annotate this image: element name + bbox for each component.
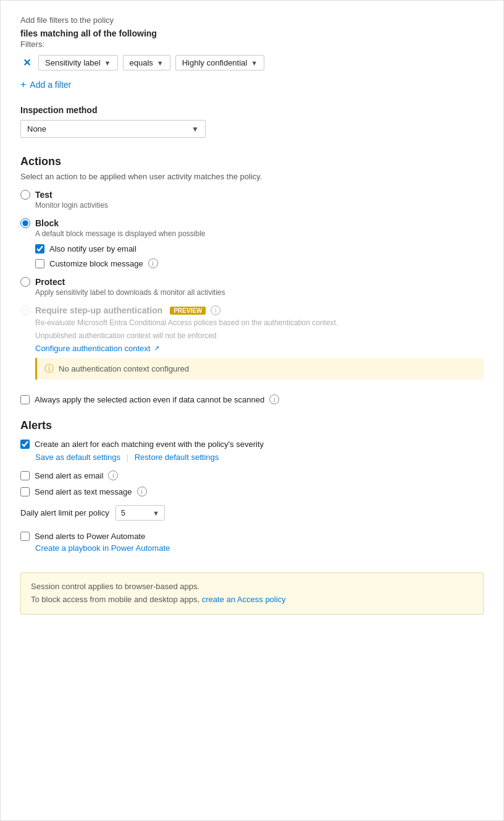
plus-icon: + xyxy=(20,79,26,90)
stepup-info-icon[interactable]: i xyxy=(211,305,220,315)
radio-protect-input[interactable] xyxy=(20,277,30,287)
send-text-label: Send alert as text message xyxy=(35,487,132,496)
customize-block-label: Customize block message xyxy=(49,259,143,268)
add-filter-title: Add file filters to the policy xyxy=(20,15,484,25)
create-alert-checkbox[interactable] xyxy=(20,440,30,449)
customize-block-info-icon[interactable]: i xyxy=(148,258,158,268)
actions-desc: Select an action to be applied when user… xyxy=(20,172,484,181)
radio-block-desc: A default block message is displayed whe… xyxy=(35,229,484,238)
send-email-label: Send alert as email xyxy=(35,471,103,480)
radio-stepup-label: Require step-up authentication xyxy=(35,305,162,315)
radio-protect-label: Protect xyxy=(35,277,65,287)
filter-value-arrow: ▼ xyxy=(251,59,258,67)
restore-default-button[interactable]: Restore default settings xyxy=(135,453,219,462)
always-apply-label: Always apply the selected action even if… xyxy=(35,395,264,404)
radio-item-stepup: Require step-up authentication PREVIEW i… xyxy=(20,305,484,380)
session-notice-line2: To block access from mobile and desktop … xyxy=(31,595,200,604)
filters-label: Filters: xyxy=(20,40,484,49)
always-apply-checkbox[interactable] xyxy=(20,395,30,404)
daily-limit-value: 5 xyxy=(121,508,125,517)
configure-auth-label: Configure authentication context xyxy=(35,344,150,353)
create-playbook-link[interactable]: Create a playbook in Power Automate xyxy=(35,543,484,553)
daily-limit-arrow: ▼ xyxy=(153,509,159,517)
operator-dropdown[interactable]: equals ▼ xyxy=(123,55,170,70)
add-filter-label: Add a filter xyxy=(30,80,71,90)
customize-block-checkbox[interactable] xyxy=(35,259,44,268)
radio-block-input[interactable] xyxy=(20,218,30,228)
notify-email-label: Also notify user by email xyxy=(49,244,136,253)
actions-header: Actions xyxy=(20,155,484,168)
send-email-checkbox[interactable] xyxy=(20,471,30,480)
power-automate-label: Send alerts to Power Automate xyxy=(35,532,145,541)
send-email-info-icon[interactable]: i xyxy=(108,470,118,480)
radio-item-protect: Protect Apply sensitivity label to downl… xyxy=(20,277,484,297)
inspection-method-arrow: ▼ xyxy=(191,125,199,134)
always-apply-row: Always apply the selected action even if… xyxy=(20,394,484,404)
separator: | xyxy=(127,453,128,462)
filter-value-text: Highly confidential xyxy=(182,58,248,67)
operator-value: equals xyxy=(130,58,153,67)
preview-badge: PREVIEW xyxy=(170,307,206,315)
inspection-method-label: Inspection method xyxy=(20,105,484,115)
save-default-button[interactable]: Save as default settings xyxy=(35,453,120,462)
auth-warning-box: ⓘ No authentication context configured xyxy=(35,358,484,380)
radio-test-label: Test xyxy=(35,190,52,200)
auth-warning-text: No authentication context configured xyxy=(59,364,189,373)
operator-arrow: ▼ xyxy=(157,59,164,67)
warning-icon: ⓘ xyxy=(44,363,54,375)
inspection-method-value: None xyxy=(27,124,46,134)
matching-text: files matching all of the following xyxy=(20,28,484,38)
radio-block-label: Block xyxy=(35,218,59,228)
sensitivity-label-value: Sensitivity label xyxy=(45,58,101,67)
radio-protect-desc: Apply sensitivity label to downloads & m… xyxy=(35,288,484,297)
filter-value-dropdown[interactable]: Highly confidential ▼ xyxy=(175,55,264,70)
alerts-header: Alerts xyxy=(20,419,484,432)
send-text-info-icon[interactable]: i xyxy=(137,487,147,496)
daily-limit-dropdown[interactable]: 5 ▼ xyxy=(116,505,165,521)
power-automate-checkbox[interactable] xyxy=(20,532,30,541)
external-link-icon: ↗ xyxy=(154,344,159,352)
radio-test-desc: Monitor login activities xyxy=(35,201,484,210)
create-access-policy-link[interactable]: create an Access policy xyxy=(202,595,286,604)
stepup-desc2: Unpublished authentication context will … xyxy=(35,330,484,341)
power-automate-section: Send alerts to Power Automate Create a p… xyxy=(20,532,484,553)
daily-limit-label: Daily alert limit per policy xyxy=(20,508,109,517)
sensitivity-label-arrow: ▼ xyxy=(104,59,111,67)
stepup-desc1: Re-evaluate Microsoft Entra Conditional … xyxy=(35,317,484,328)
session-notice-line1: Session control applies to browser-based… xyxy=(31,582,200,591)
radio-stepup-input[interactable] xyxy=(20,305,30,315)
inspection-method-dropdown[interactable]: None ▼ xyxy=(20,120,206,138)
settings-links: Save as default settings | Restore defau… xyxy=(35,453,484,462)
remove-filter-button[interactable]: ✕ xyxy=(20,58,33,68)
send-text-checkbox[interactable] xyxy=(20,487,30,496)
create-alert-label: Create an alert for each matching event … xyxy=(35,440,264,449)
radio-item-test: Test Monitor login activities xyxy=(20,190,484,210)
add-filter-button[interactable]: + Add a filter xyxy=(20,79,71,90)
notify-email-checkbox[interactable] xyxy=(35,244,44,253)
configure-auth-link[interactable]: Configure authentication context ↗ xyxy=(35,344,484,353)
session-notice: Session control applies to browser-based… xyxy=(20,572,484,615)
radio-item-block: Block A default block message is display… xyxy=(20,218,484,268)
sensitivity-label-dropdown[interactable]: Sensitivity label ▼ xyxy=(38,55,118,70)
radio-test-input[interactable] xyxy=(20,190,30,200)
always-apply-info-icon[interactable]: i xyxy=(269,394,279,404)
